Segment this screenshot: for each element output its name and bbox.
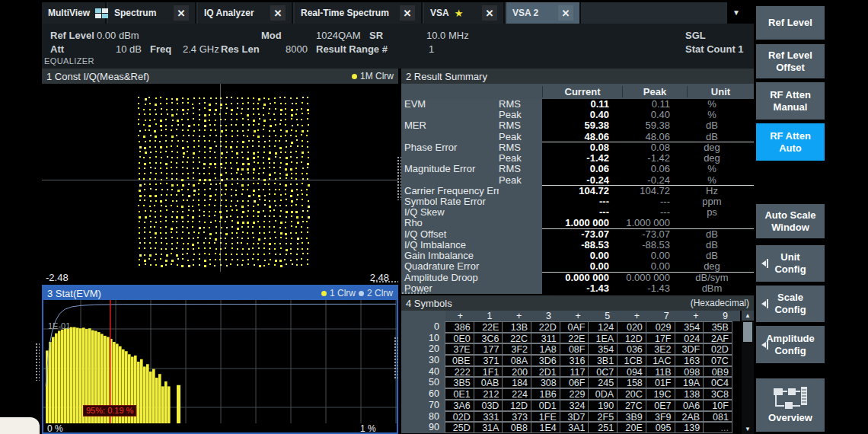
constellation-plot[interactable] [42, 84, 398, 272]
constellation-point [172, 200, 174, 202]
constellation-point [165, 220, 167, 222]
constellation-point [236, 232, 238, 234]
constellation-point [171, 228, 173, 230]
panel-result-summary-title-text: 2 Result Summary [406, 71, 487, 82]
constellation-point [154, 119, 155, 120]
constellation-point [307, 103, 308, 104]
softkey-label: RF Atten [770, 130, 811, 142]
tab-overflow-chevron-down-icon[interactable]: ▼ [732, 8, 740, 17]
tab-close-icon[interactable]: ✕ [558, 5, 573, 21]
constellation-point [176, 254, 178, 257]
tab-close-icon[interactable]: ✕ [400, 5, 415, 21]
tab-multiview[interactable]: MultiView [42, 2, 107, 24]
scrollbar-thumb[interactable] [743, 322, 752, 342]
softkey-unit-config[interactable]: UnitConfig [756, 245, 825, 282]
constellation-point [253, 206, 254, 207]
constellation-point [209, 151, 211, 152]
constellation-point [242, 260, 244, 261]
constellation-point [263, 146, 265, 148]
tab-vsa-2[interactable]: VSA 2✕ [506, 2, 581, 24]
splitter-handle[interactable] [397, 156, 401, 200]
constellation-point [241, 152, 243, 153]
softkey-scale-config[interactable]: ScaleConfig [756, 286, 825, 322]
constellation-point [307, 259, 308, 260]
constellation-point [199, 161, 200, 163]
scroll-up-icon[interactable]: ▲ [742, 311, 754, 321]
splitter-handle[interactable] [35, 343, 40, 381]
constellation-point [143, 205, 145, 206]
softkey-overview[interactable]: Overview [756, 378, 825, 432]
evm-histogram-plot[interactable]: 1E-01 95%: 0.19 % [43, 300, 397, 423]
constellation-point [165, 129, 167, 130]
constellation-point [161, 265, 163, 267]
constellation-point [176, 173, 177, 174]
constellation-point [254, 161, 255, 163]
softkey-rf-atten-auto[interactable]: RF AttenAuto [756, 123, 825, 161]
constellation-point [279, 254, 281, 255]
tab-spectrum[interactable]: Spectrum✕ [108, 2, 196, 24]
tab-iq-analyzer[interactable]: IQ Analyzer✕ [198, 2, 293, 24]
symbol-cell: 20E [617, 422, 646, 433]
constellation-point [237, 216, 238, 218]
tab-close-icon[interactable]: ✕ [270, 5, 286, 21]
constellation-point [144, 254, 145, 256]
softkey-amplitude-config[interactable]: AmplitudeConfig [756, 326, 825, 363]
constellation-point [231, 97, 232, 98]
constellation-point [221, 130, 223, 132]
softkey-ref-level-offset[interactable]: Ref LevelOffset [756, 44, 825, 78]
scroll-down-icon[interactable]: ▼ [742, 424, 754, 433]
constellation-point [182, 124, 183, 126]
constellation-point [235, 190, 237, 191]
peak-value: -1.42 [609, 153, 670, 164]
constellation-point [269, 231, 270, 233]
constellation-point [226, 265, 228, 266]
tab-close-icon[interactable]: ✕ [482, 5, 497, 21]
constellation-point [187, 177, 189, 179]
peak-value: --- [609, 207, 670, 218]
splitter-handle[interactable] [401, 292, 427, 295]
constellation-point [252, 226, 254, 228]
tab-real-time-spectrum[interactable]: Real-Time Spectrum✕ [295, 2, 423, 24]
constellation-point [264, 195, 266, 196]
symbol-cell: 07C [703, 355, 732, 366]
constellation-point [161, 135, 162, 136]
softkey-auto-scale-window[interactable]: Auto ScaleWindow [756, 204, 825, 238]
constellation-point [171, 173, 173, 174]
constellation-point [286, 216, 287, 218]
softkey-rf-atten-manual[interactable]: RF AttenManual [756, 82, 825, 120]
constellation-point [307, 97, 308, 98]
constellation-point [139, 156, 141, 158]
constellation-point [204, 120, 206, 122]
constellation-point [237, 157, 238, 158]
field-label-mod: Mod [261, 30, 282, 41]
symbol-cell: 117 [560, 366, 589, 378]
constellation-point [291, 142, 293, 144]
constellation-point [203, 136, 205, 137]
tab-vsa[interactable]: VSA★✕ [424, 2, 505, 24]
field-value-att: 10 dB [116, 43, 142, 55]
constellation-point [139, 173, 140, 174]
softkey-ref-level[interactable]: Ref Level [756, 6, 825, 40]
constellation-point [307, 167, 308, 168]
constellation-point [225, 247, 226, 249]
symbols-scrollbar[interactable]: ▲ ▼ [742, 311, 754, 434]
splitter-handle[interactable] [372, 280, 398, 284]
constellation-point [269, 136, 270, 137]
constellation-point [176, 194, 177, 196]
constellation-point [279, 189, 280, 190]
tab-close-icon[interactable]: ✕ [174, 5, 189, 21]
panel-const-iq-title-text: 1 Const I/Q(Meas&Ref) [46, 71, 149, 82]
constellation-point [160, 146, 162, 148]
constellation-point [263, 210, 264, 212]
constellation-point [155, 183, 157, 185]
constellation-point [301, 108, 302, 110]
splitter-handle[interactable] [394, 337, 398, 379]
constellation-point [296, 189, 298, 190]
constellation-point [230, 206, 231, 207]
constellation-point [177, 264, 178, 266]
constellation-point [187, 141, 188, 142]
constellation-point [145, 216, 147, 219]
constellation-point [259, 118, 260, 120]
constellation-point [253, 97, 254, 99]
constellation-point [257, 156, 259, 158]
